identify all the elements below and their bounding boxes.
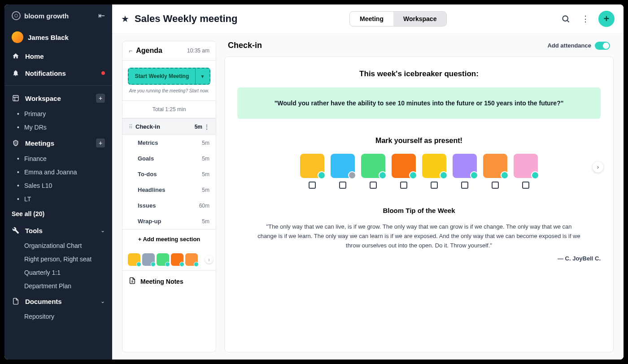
tool-org-chart[interactable]: Organizational Chart <box>4 239 112 252</box>
person-avatar-icon[interactable] <box>483 154 507 178</box>
tool-quarterly[interactable]: Quarterly 1:1 <box>4 266 112 279</box>
person-avatar-icon[interactable] <box>300 154 324 178</box>
icebreaker-question: "Would you rather have the ability to se… <box>255 98 583 108</box>
presence-checkbox[interactable] <box>309 182 316 189</box>
agenda-item-headlines[interactable]: Headlines 5m <box>122 182 216 198</box>
tip-quote: "The only way that we can live, is if we… <box>257 222 580 250</box>
section-documents[interactable]: Documents ⌄ <box>4 293 112 310</box>
person-item <box>422 154 446 189</box>
presence-checkbox[interactable] <box>400 182 407 189</box>
checkin-panel: Check-in Add attendance This week's iceb… <box>224 41 614 352</box>
start-meeting-dropdown[interactable]: ▼ <box>195 69 209 84</box>
create-button[interactable]: + <box>598 11 615 27</box>
drag-handle-icon[interactable]: ⠿ <box>129 124 132 130</box>
mini-avatars-row: › <box>122 249 216 270</box>
doc-repository[interactable]: Repository <box>4 310 112 323</box>
agenda-item-wrapup[interactable]: Wrap-up 5m <box>122 213 216 229</box>
tool-right-person[interactable]: Right person, Right seat <box>4 252 112 266</box>
presence-checkbox[interactable] <box>339 182 346 189</box>
tools-icon <box>12 226 20 234</box>
section-workspace[interactable]: Workspace + <box>4 89 112 107</box>
svg-point-3 <box>563 16 568 21</box>
sidebar-item-my-drs[interactable]: My DRs <box>4 121 112 134</box>
sidebar-item-lt[interactable]: LT <box>4 192 112 206</box>
mini-avatar-icon[interactable] <box>157 253 169 266</box>
agenda-time: 10:35 am <box>187 48 209 54</box>
star-icon[interactable]: ★ <box>121 13 129 24</box>
start-meeting-button[interactable]: Start Weekly Meeting <box>129 69 195 84</box>
mini-avatar-icon[interactable] <box>128 253 140 266</box>
tab-workspace[interactable]: Workspace <box>393 12 446 26</box>
brand-row: bloom growth ⇤ <box>4 11 112 27</box>
agenda-item-checkin[interactable]: ⠿ Check-in 5m⋮ <box>122 118 216 135</box>
presence-checkbox[interactable] <box>370 182 377 189</box>
presence-checkbox[interactable] <box>522 182 529 189</box>
mini-avatar-icon[interactable] <box>142 253 155 266</box>
add-meeting-button[interactable]: + <box>96 139 105 147</box>
more-icon[interactable]: ⋮ <box>579 12 592 26</box>
section-tools-label: Tools <box>25 227 43 234</box>
agenda-item-label: Goals <box>138 155 154 162</box>
person-item <box>453 154 477 189</box>
person-avatar-icon[interactable] <box>422 154 446 178</box>
nav-home-label: Home <box>25 52 44 60</box>
sidebar-item-emma-joanna[interactable]: Emma and Joanna <box>4 165 112 179</box>
tool-dept-plan[interactable]: Department Plan <box>4 279 112 293</box>
brand[interactable]: bloom growth <box>12 11 69 20</box>
person-avatar-icon[interactable] <box>514 154 538 178</box>
presence-checkbox[interactable] <box>461 182 468 189</box>
divider <box>4 85 112 86</box>
collapse-sidebar-icon[interactable]: ⇤ <box>98 11 105 21</box>
presence-checkbox[interactable] <box>492 182 499 189</box>
agenda-item-label: Wrap-up <box>138 218 161 225</box>
agenda-title: Agenda <box>136 47 162 55</box>
sidebar: bloom growth ⇤ James Black Home Notifica… <box>4 4 112 360</box>
person-item <box>331 154 355 189</box>
attendance-label: Add attendance <box>547 42 591 49</box>
sidebar-item-sales-l10[interactable]: Sales L10 <box>4 179 112 192</box>
mini-avatar-icon[interactable] <box>171 253 183 266</box>
checkin-header: Check-in Add attendance <box>224 41 614 56</box>
nav-notifications[interactable]: Notifications <box>4 65 112 82</box>
scroll-right-icon[interactable]: › <box>205 256 213 264</box>
add-agenda-section-button[interactable]: + Add meeting section <box>122 229 216 249</box>
start-block: Start Weekly Meeting ▼ Are you running t… <box>122 61 216 101</box>
workspace-icon <box>12 94 20 102</box>
tab-meeting[interactable]: Meeting <box>350 12 393 26</box>
nav-home[interactable]: Home <box>4 48 112 65</box>
svg-rect-0 <box>13 95 18 101</box>
scroll-right-icon[interactable]: › <box>593 162 603 173</box>
home-icon <box>12 52 20 60</box>
see-all-meetings[interactable]: See all (20) <box>4 206 112 222</box>
icebreaker-box: "Would you rather have the ability to se… <box>237 87 601 119</box>
agenda-item-todos[interactable]: To-dos 5m <box>122 166 216 182</box>
agenda-item-goals[interactable]: Goals 5m <box>122 151 216 166</box>
sidebar-item-finance[interactable]: Finance <box>4 152 112 165</box>
search-icon[interactable] <box>559 12 572 26</box>
agenda-item-metrics[interactable]: Metrics 5m <box>122 135 216 151</box>
person-item <box>392 154 416 189</box>
section-meetings[interactable]: Meetings + <box>4 134 112 152</box>
user-name: James Black <box>28 34 69 41</box>
checkin-card: This week's icebreaker question: "Would … <box>224 56 614 352</box>
bell-icon <box>12 69 20 77</box>
user-profile[interactable]: James Black <box>4 27 112 48</box>
attendance-toggle[interactable] <box>595 42 610 50</box>
sidebar-item-primary[interactable]: Primary <box>4 107 112 121</box>
presence-checkbox[interactable] <box>431 182 438 189</box>
person-avatar-icon[interactable] <box>361 154 385 178</box>
meeting-notes-button[interactable]: Meeting Notes <box>122 270 216 292</box>
person-avatar-icon[interactable] <box>392 154 416 178</box>
person-avatar-icon[interactable] <box>331 154 355 178</box>
more-icon[interactable]: ⋮ <box>204 124 209 130</box>
notes-icon <box>129 277 136 286</box>
mini-avatar-icon[interactable] <box>185 253 198 266</box>
person-item <box>483 154 507 189</box>
checkin-title: Check-in <box>228 41 262 50</box>
section-tools[interactable]: Tools ⌄ <box>4 222 112 239</box>
start-meeting-group: Start Weekly Meeting ▼ <box>128 68 210 85</box>
agenda-item-issues[interactable]: Issues 60m <box>122 198 216 213</box>
add-workspace-button[interactable]: + <box>96 94 105 103</box>
notification-badge-icon <box>101 71 105 75</box>
person-avatar-icon[interactable] <box>453 154 477 178</box>
